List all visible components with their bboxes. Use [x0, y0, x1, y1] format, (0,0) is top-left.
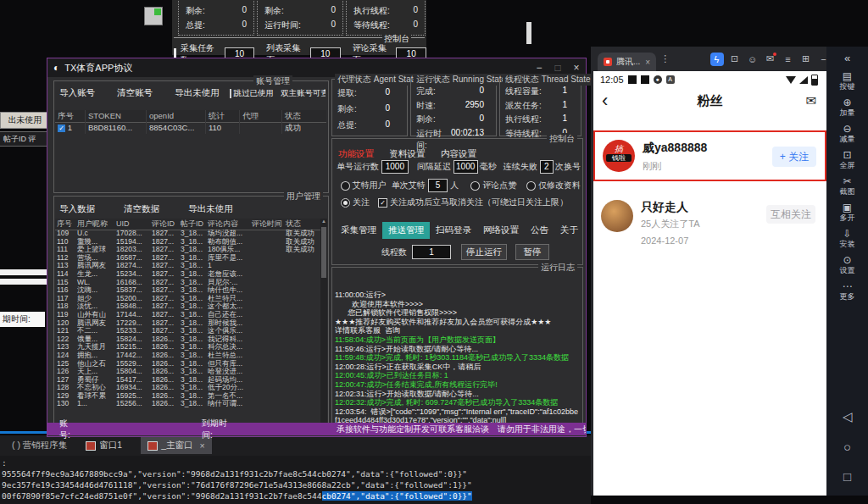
sidebar-tool-button[interactable]: ⊙ 设置: [840, 255, 855, 275]
tab-capture-manage[interactable]: 采集管理: [335, 222, 382, 239]
collapse-icon[interactable]: «: [844, 52, 850, 64]
user-table-row[interactable]: 112 营场... 16587... 1827... 3_18... 库里不是.…: [55, 254, 320, 263]
profile-only-radio[interactable]: [526, 181, 536, 191]
android-back-button[interactable]: ◁: [843, 409, 853, 424]
import-data-button[interactable]: 导入数据: [59, 203, 95, 215]
user-table-row[interactable]: 117 姐少 15200... 1827... 3_18... 杜兰特只...: [55, 295, 320, 303]
user-table-row[interactable]: 110 重幾... 15194... 1827... 3_18... 勒布朗值.…: [55, 238, 320, 246]
user-table-scrollbar[interactable]: ▲ ▼: [320, 219, 327, 427]
at-count-input[interactable]: 5: [428, 179, 448, 192]
tab-close-icon[interactable]: ×: [645, 58, 650, 67]
android-recent-button[interactable]: □: [843, 469, 851, 484]
tab-push-manage[interactable]: 推送管理: [382, 222, 430, 239]
user-table-row[interactable]: 122 饿量... 15824... 1826... 3_18... 我记得科.…: [55, 335, 320, 344]
tab-profile-settings[interactable]: 资料设置: [389, 148, 425, 158]
fan1-avatar[interactable]: 搞 钱啦: [603, 140, 635, 172]
unfollow-checkbox[interactable]: ✓: [378, 198, 387, 208]
user-table-body[interactable]: 109 U.c 17028... 1827... 3_18... 场均没超...…: [55, 230, 320, 427]
delay-input[interactable]: 1000: [453, 160, 478, 174]
ide-project-label[interactable]: ( ) 营销程序集: [12, 440, 67, 451]
user-table-row[interactable]: 118 淡忧... 15848... 1827... 3_18... 这个都太.…: [55, 302, 320, 311]
tab-about[interactable]: 关于: [554, 222, 581, 239]
sidebar-tool-button[interactable]: ✂ 截图: [840, 176, 855, 197]
fragment-export-button[interactable]: 出未使用: [0, 112, 50, 129]
background-scrollbar[interactable]: [526, 22, 531, 44]
user-table-row[interactable]: 123 九天揽月 15215... 1826... 3_18... 科尔总决..…: [55, 343, 320, 352]
tool-label: 更多: [840, 292, 855, 302]
user-table-row[interactable]: 130 1... 15256... 1826... 3_18... 纳什可谓..…: [55, 400, 320, 408]
tab-network-settings[interactable]: 网络设置: [477, 222, 525, 239]
tab-announcement[interactable]: 公告: [525, 222, 554, 239]
sidebar-tool-button[interactable]: ▤ 按键: [840, 71, 855, 91]
user-table-row[interactable]: 111 爱上篮球 18203... 1827... 3_18... 180俱乐.…: [55, 246, 320, 254]
fail-input[interactable]: 2: [540, 160, 554, 174]
import-accounts-button[interactable]: 导入账号: [59, 87, 95, 99]
thread-count-input[interactable]: 1: [412, 245, 451, 259]
minimize-button[interactable]: −: [530, 62, 548, 74]
skip-used-checkbox[interactable]: [230, 89, 231, 98]
mutual-follow-button[interactable]: 互相关注: [766, 205, 815, 224]
tab-close-icon[interactable]: ×: [200, 440, 205, 451]
tab-content-settings[interactable]: 内容设置: [441, 148, 476, 158]
profile-icon[interactable]: ☺: [743, 54, 761, 64]
sidebar-tool-button[interactable]: ⊖ 减量: [840, 124, 855, 144]
game-assistant-icon[interactable]: ⊡: [726, 53, 743, 64]
sidebar-tool-button[interactable]: ⊡ 全屏: [840, 150, 855, 170]
scroll-thumb[interactable]: [321, 227, 326, 278]
mail-icon[interactable]: ✉: [761, 53, 779, 64]
comment-like-radio[interactable]: [470, 181, 480, 191]
export-data-button[interactable]: 导出未使用: [188, 203, 233, 215]
fan1-name[interactable]: 威ya888888: [643, 141, 707, 156]
user-table-row[interactable]: 116 沈嗨... 15837... 1827... 3_18... 纳什也牛.…: [55, 286, 320, 295]
fan2-avatar[interactable]: [601, 200, 633, 232]
capture-icon[interactable]: ⊞: [797, 53, 815, 64]
field-value: 0: [413, 19, 418, 31]
user-table-row[interactable]: 115 WL. 16168... 1827... 3_18... 貝尼尔·...: [55, 279, 320, 287]
user-table-row[interactable]: 109 U.c 17028... 1827... 3_18... 场均没超...…: [55, 230, 320, 238]
ide-tab-window1[interactable]: 窗口1: [79, 437, 129, 454]
user-table-row[interactable]: 119 山外有山 17144... 1827... 3_18... 自己还在..…: [55, 311, 320, 319]
tab-scan-login[interactable]: 扫码登录: [430, 222, 477, 239]
maximize-button[interactable]: □: [548, 62, 567, 74]
user-table-row[interactable]: 124 拥抱... 17442... 1826... 3_18... 杜兰特总.…: [55, 352, 320, 360]
user-table-row[interactable]: 129 看球不累 15925... 1826... 3_18... 第一名不..…: [55, 392, 320, 401]
clear-data-button[interactable]: 清空数据: [124, 203, 159, 215]
fan-item-highlighted[interactable]: 搞 钱啦 威ya888888 刚刚 + 关注: [593, 130, 826, 181]
sidebar-tool-button[interactable]: ⊕ 加量: [840, 97, 855, 118]
user-table-row[interactable]: 126 天上... 15804... 1826... 3_18... 哈登没进.…: [55, 368, 320, 376]
export-unused-button[interactable]: 导出未使用: [175, 87, 220, 99]
user-table-row[interactable]: 120 腾讯网友 17229... 1827... 3_18... 那时候我..…: [55, 319, 320, 328]
boost-icon[interactable]: ϟ: [708, 53, 726, 66]
tab-function-settings[interactable]: 功能设置: [338, 148, 374, 158]
user-table-row[interactable]: 125 他山之石 15529... 1826... 3_18... 但只有库..…: [55, 360, 320, 368]
clear-accounts-button[interactable]: 清空账号: [117, 87, 153, 99]
pause-button[interactable]: 暂停: [515, 244, 549, 260]
sidebar-tool-button[interactable]: ⋯ 更多: [840, 281, 855, 302]
user-table-row[interactable]: 121 不二... 15233... 1827... 3_18... 这个俱乐.…: [55, 327, 320, 335]
browser-tab[interactable]: 腾讯... ×: [598, 53, 656, 71]
desktop-shortcut-icon[interactable]: [144, 7, 163, 25]
run-log-box[interactable]: 11:00:00:运行> 欢迎使用本软件>>>> 您已解锁软件代理销售权限>>>…: [335, 270, 579, 425]
user-table-row[interactable]: 114 生龙... 15234... 1827... 3_18... 老詹应该.…: [55, 270, 320, 279]
menu-dots-icon[interactable]: ⋮: [656, 53, 674, 64]
user-table-row[interactable]: 113 腾讯网友 18274... 1827... 3_18... 1: [55, 262, 320, 270]
hamburger-menu-icon[interactable]: ≡: [779, 54, 797, 64]
follow-button[interactable]: + 关注: [772, 147, 816, 167]
account-table-row[interactable]: ✓ 1 B8D81160... 8854C03C... 110 成功: [55, 122, 326, 134]
scroll-up-arrow[interactable]: ▲: [320, 219, 327, 224]
at-user-radio[interactable]: [341, 181, 350, 191]
follow-radio[interactable]: [341, 198, 350, 208]
sidebar-tool-button[interactable]: ▣ 多开: [840, 202, 855, 223]
user-table-row[interactable]: 128 不忘初心 16934... 1826... 3_18... 低于20分.…: [55, 384, 320, 392]
close-button[interactable]: ×: [567, 62, 586, 74]
user-table-row[interactable]: 127 勇蜀仔 15417... 1826... 3_18... 起码场均...: [55, 376, 320, 385]
row-checkbox[interactable]: ✓: [58, 125, 65, 132]
android-home-button[interactable]: ○: [843, 440, 851, 454]
sidebar-tool-button[interactable]: ⇩ 安装: [840, 229, 855, 249]
run-count-input[interactable]: 1000: [381, 160, 409, 174]
ide-console-output[interactable]: : 955564f7f9ec9a3467889bcc9a","version":…: [0, 456, 591, 504]
stop-run-button[interactable]: 停止运行: [461, 244, 507, 260]
fan-item[interactable]: 只好走人 25人关注了TA 2024-12-07 互相关注: [593, 194, 826, 253]
message-settings-icon[interactable]: ✉: [805, 93, 816, 108]
fan2-name[interactable]: 只好走人: [641, 200, 688, 215]
